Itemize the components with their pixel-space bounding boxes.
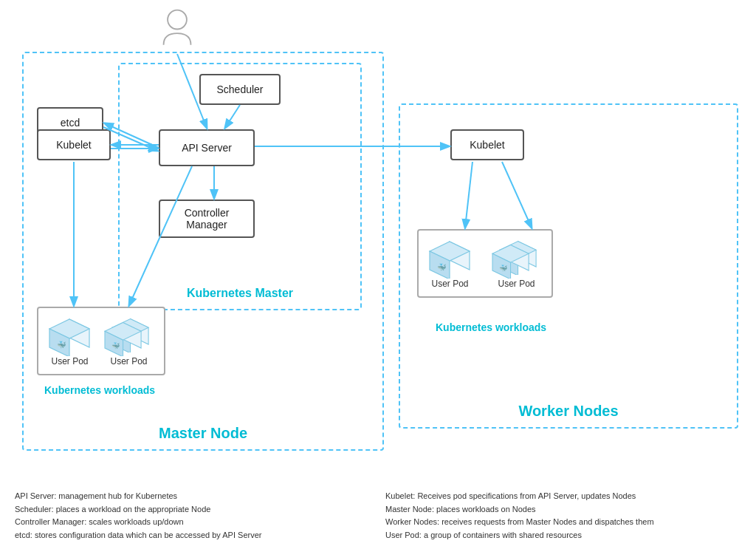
pod-cube-icon-r2f: 🐳 [489,242,533,279]
pod-cube-icon-front: 🐳 [101,319,145,356]
controller-manager-box: ControllerManager [159,200,255,238]
footer-left-line1: API Server: management hub for Kubernete… [15,490,371,503]
api-server-label: API Server [182,142,232,154]
footer-left-line3: Controller Manager: scales workloads up/… [15,516,371,529]
pod-cube-icon-r1: 🐳 [426,238,474,279]
k8s-workloads-left: Kubernetes workloads [44,384,155,396]
worker-node-label: Worker Nodes [518,403,618,420]
pod-label-2: User Pod [110,356,147,366]
pod-left-2: 🐳 User Pod [101,316,157,366]
pod-right-1: 🐳 User Pod [426,238,474,289]
footer-right-line2: Master Node: places workloads on Nodes [385,503,741,516]
pod-label-r1: User Pod [431,279,468,289]
k8s-master-label: Kubernetes Master [187,287,293,300]
svg-text:🐳: 🐳 [437,262,447,272]
kubelet-master-box: Kubelet [37,129,111,160]
footer-right-line4: User Pod: a group of containers with sha… [385,529,741,542]
etcd-label: etcd [61,117,80,129]
footer-notes: API Server: management hub for Kubernete… [0,482,756,549]
footer-right-line3: Worker Nodes: receives requests from Mas… [385,516,741,529]
pod-right-2: 🐳 User Pod [489,238,544,289]
svg-point-0 [168,10,187,30]
api-server-box: API Server [159,129,255,166]
pod-label-r2: User Pod [498,279,535,289]
footer-left: API Server: management hub for Kubernete… [15,490,371,542]
kubelet-worker-label: Kubelet [470,139,504,151]
svg-text:🐳: 🐳 [57,340,66,349]
svg-text:🐳: 🐳 [111,341,120,350]
svg-text:🐳: 🐳 [499,264,508,273]
diagram-area: Master Node Kubernetes Master Worker Nod… [0,0,756,488]
pod-left-1: 🐳 User Pod [46,316,94,366]
footer-right: Kubelet: Receives pod specifications fro… [385,490,741,542]
scheduler-label: Scheduler [216,83,263,95]
footer-left-line2: Scheduler: places a workload on the appr… [15,503,371,516]
footer-right-line1: Kubelet: Receives pod specifications fro… [385,490,741,503]
master-node-label: Master Node [159,425,247,442]
worker-workloads-section: 🐳 User Pod [417,229,553,298]
pod-cube-icon: 🐳 [46,316,94,356]
pod-label: User Pod [51,356,88,366]
footer-left-line4: etcd: stores configuration data which ca… [15,529,371,542]
scheduler-box: Scheduler [199,74,281,105]
k8s-workloads-right: Kubernetes workloads [436,321,546,333]
user-icon [159,7,196,52]
kubelet-master-label: Kubelet [56,139,91,151]
controller-manager-label: ControllerManager [185,207,230,231]
master-workloads-section: 🐳 User Pod [37,307,165,375]
kubelet-worker-box: Kubelet [450,129,524,160]
